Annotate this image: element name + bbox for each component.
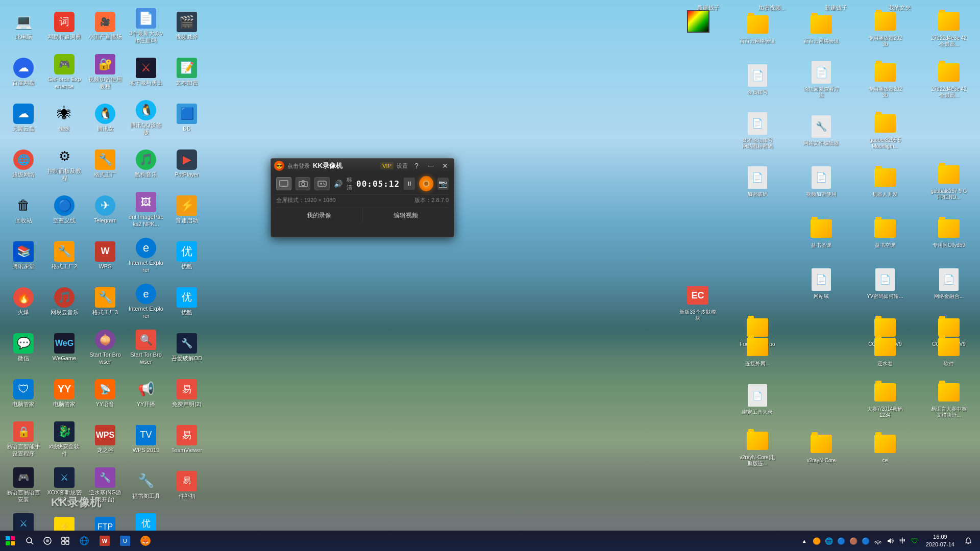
icon-xiaoqi[interactable]: 🎥 小淇产直播场 (86, 4, 125, 48)
icon-dragon-valley[interactable]: 🐉 x域快安全软件 (45, 417, 84, 461)
icon-format2[interactable]: 🔧 格式工厂2 (45, 234, 84, 278)
icon-dnf[interactable]: ⚔ 地下城与勇士 (127, 50, 165, 94)
kk-help-btn[interactable]: ? (411, 161, 422, 170)
kk-camera-btn[interactable] (296, 177, 311, 190)
icon-wegame[interactable]: WeG WeGame (45, 325, 84, 369)
icon-easy-install[interactable]: 易 TeamViewer (167, 417, 206, 461)
kk-close-btn[interactable]: ✕ (439, 161, 451, 170)
tray-icon-network[interactable] (873, 531, 883, 551)
taskbar-app-taskbar3[interactable]: U (115, 531, 135, 551)
right-icon-baibai1[interactable]: 百百云网络验证 (727, 4, 788, 53)
icon-yy-voice[interactable]: YY 电脑管家 (45, 371, 84, 415)
taskbar-clock[interactable]: 16:09 2020-07-14 (922, 531, 959, 551)
icon-easy592[interactable]: 易 件补初 (167, 463, 206, 507)
right-icon-comp2014[interactable]: 大赛7/2014密码1234 (854, 375, 916, 423)
taskbar-app-taskbar4[interactable]: 🦊 (135, 531, 156, 551)
right-icon-connect-net[interactable]: 连接外网... (727, 327, 788, 375)
icon-soundspeed[interactable]: ⚡ 音速启动 (167, 188, 206, 232)
icon-recycle[interactable]: 🗑 回收站 (4, 188, 43, 232)
kk-settings-btn[interactable]: 设置 (397, 162, 408, 170)
right-icon-27d[interactable]: 27d22d4e3e 42-全最高... (918, 4, 979, 53)
tray-icon-volume[interactable] (885, 531, 895, 551)
right-icon-v2ray[interactable]: v2rayN-Core (791, 423, 852, 472)
start-button[interactable] (0, 531, 20, 551)
right-icon-account[interactable]: 📄 会员账号 (727, 55, 788, 104)
icon-kugou[interactable]: 🎵 酷狗音乐 (127, 142, 165, 186)
icon-tianyi[interactable]: ☁ 天翼云盘 (4, 96, 43, 140)
taskbar-search-btn[interactable] (20, 531, 38, 551)
icon-potplayer[interactable]: ▶ PotPlayer (167, 142, 206, 186)
kk-screen-btn[interactable] (276, 177, 291, 190)
kk-minimize-btn[interactable]: ─ (425, 161, 436, 170)
right-icon-finance[interactable]: 📄 网络金融合... (918, 259, 979, 308)
kk-my-recordings-btn[interactable]: 我的录像 (276, 208, 363, 222)
right-icon-forum-reply[interactable]: 📄 论坛回复查看方法 (791, 55, 852, 104)
icon-vip-codes[interactable]: 📄 3个最新大众vip注册码 (127, 4, 165, 48)
right-icon-easy-module[interactable]: 易语言大赛中英文模块迁... (918, 375, 979, 423)
icon-super-net[interactable]: 🌐 超级网络 (4, 142, 43, 186)
icon-youku[interactable]: 优 优酷 (167, 234, 206, 278)
icon-teamviewer[interactable]: TV WPS 2019 (127, 417, 165, 461)
taskbar-notification-btn[interactable] (961, 531, 976, 551)
icon-xox-client[interactable]: 🎮 易语言易语言安装 (4, 463, 43, 507)
tray-icon-ime[interactable]: 中 (897, 531, 908, 551)
icon-netease-music[interactable]: 🎵 网易云音乐 (45, 280, 84, 323)
kk-click-text[interactable]: 点击登录 (287, 162, 310, 170)
icon-free-voice[interactable]: 📢 YY开播 (127, 371, 165, 415)
icon-qq-sign[interactable]: 🐧 腾讯QQ设签版 (127, 96, 165, 140)
icon-dd[interactable]: 🟦 DD (167, 96, 206, 140)
icon-format-factory[interactable]: 🔧 格式工厂 (86, 142, 125, 186)
right-icon-book1[interactable]: 益书圣课 (791, 208, 852, 257)
right-icon-website-editor[interactable]: 🔧 网站文件编辑器 (791, 106, 852, 155)
icon-this-pc[interactable]: 💻 此电脑 (4, 4, 43, 48)
right-icon-software[interactable]: 软件 (918, 327, 979, 375)
right-icon-v2ray-pc[interactable]: v2rayN-Core(电脑版连... (727, 423, 788, 472)
icon-youdao[interactable]: 词 网易有道词典 (45, 4, 84, 48)
icon-od-crack[interactable]: 🔍 Start Tor Browser (127, 325, 165, 369)
icon-tencent-girl[interactable]: 🐧 腾讯女 (86, 96, 125, 140)
right-icon-yv-pass[interactable]: 📄 YV密码如何输... (854, 259, 916, 308)
kk-game-btn[interactable] (314, 177, 330, 190)
icon-format3[interactable]: 🔧 格式工厂3 (86, 280, 125, 323)
right-icon-ec-skin[interactable]: EC 新版33个皮肤模块 (667, 278, 728, 327)
icon-dnt[interactable]: 🖼 dnt ImagePacks2 NPK... (127, 188, 165, 232)
color-box-desktop-icon[interactable] (687, 10, 709, 33)
icon-wps2019[interactable]: WPS 龙之谷 (86, 417, 125, 461)
right-icon-ce[interactable]: ce (854, 423, 916, 472)
icon-control-panel[interactable]: ⚙ 控制面板及教程 (45, 142, 84, 186)
icon-ie[interactable]: e Internet Explorer (127, 234, 165, 278)
icon-ie2[interactable]: e Internet Explorer (127, 280, 165, 323)
right-icon-player1[interactable]: 专用播放器2023b (854, 4, 916, 53)
taskbar-app-wps[interactable]: W (94, 531, 115, 551)
icon-telegram[interactable]: ✈ Telegram (86, 188, 125, 232)
icon-text-encrypt[interactable]: 📝 文本加密 (167, 50, 206, 94)
icon-pc-manager[interactable]: 🛡 电脑管家 (4, 371, 43, 415)
right-icon-gaobai[interactable]: gaobai8267 9 GFRIEND... (918, 157, 979, 206)
icon-wechat[interactable]: 💬 微信 (4, 325, 43, 369)
icon-tor-browser[interactable]: 🧅 Start Tor Bro wser (86, 325, 125, 369)
right-icon-gaober[interactable]: gaober8295 5 Moonligm... (854, 106, 916, 155)
right-icon-website[interactable]: 📄 网站域 (791, 259, 852, 308)
kk-pause-btn[interactable]: ⏸ (404, 178, 415, 190)
icon-empty-blue[interactable]: 🔵 空蓝义线 (45, 188, 84, 232)
icon-patch[interactable]: 🔧 福书阁工具 (127, 463, 165, 507)
right-icon-robot-dev[interactable]: 机器人开发 (854, 157, 916, 206)
right-icon-baibai2[interactable]: 百百云网络验证 (791, 4, 852, 53)
right-icon-player2[interactable]: 专用播放器2023b (854, 55, 916, 104)
icon-easy-lang[interactable]: 易 免费声明(2) (167, 371, 206, 415)
taskbar-cortana-btn[interactable] (38, 531, 56, 551)
kk-edit-video-btn[interactable]: 编辑视频 (363, 208, 449, 222)
icon-tencent-class[interactable]: 📚 腾讯课堂 (4, 234, 43, 278)
tray-show-hidden-btn[interactable]: ▲ (799, 531, 810, 551)
kk-photo-btn[interactable]: 📷 (437, 178, 449, 190)
right-icon-video-use[interactable]: 📄 视频加密使用 (791, 157, 852, 206)
right-icon-binding-tool[interactable]: 📄 绑定工具大录 (727, 375, 788, 423)
right-icon-book2[interactable]: 益书空课 (854, 208, 916, 257)
right-icon-tech-account[interactable]: 📄 技术论坛账号 网站图标密码 (727, 106, 788, 155)
icon-wps[interactable]: W WPS (86, 234, 125, 278)
icon-dnf-extractor[interactable]: 🔧 吾爱破解OD (167, 325, 206, 369)
taskbar-app-ie[interactable] (74, 531, 94, 551)
icon-geforce[interactable]: 🎮 GeForce Experience (45, 50, 84, 94)
icon-spider[interactable]: 🕷 蜘蛛 (45, 96, 84, 140)
right-icon-27d2[interactable]: 27d22d4e3e 42-全最高... (918, 55, 979, 104)
